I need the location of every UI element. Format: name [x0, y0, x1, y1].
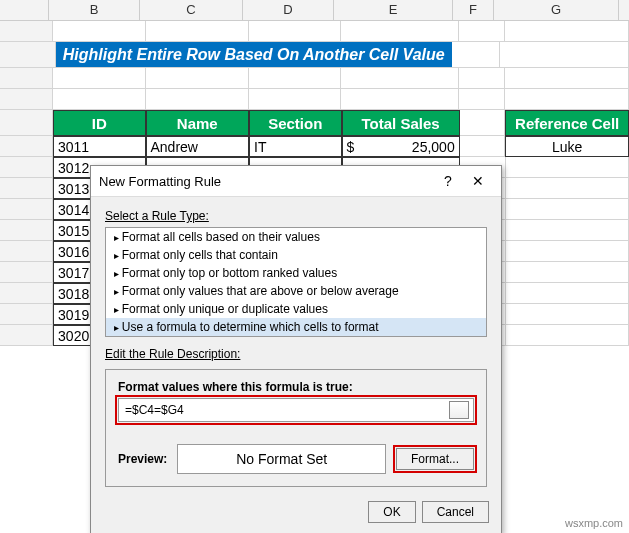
preview-label: Preview: — [118, 452, 167, 466]
rule-type-item[interactable]: Format only values that are above or bel… — [106, 282, 486, 300]
dialog-title: New Formatting Rule — [99, 174, 433, 189]
close-icon[interactable]: ✕ — [463, 173, 493, 189]
ok-button[interactable]: OK — [368, 501, 415, 523]
cell-ref[interactable] — [506, 241, 629, 262]
rowhead[interactable] — [0, 136, 53, 157]
colhead-g[interactable]: G — [494, 0, 619, 20]
cell[interactable] — [459, 89, 505, 110]
dialog-titlebar[interactable]: New Formatting Rule ? ✕ — [91, 166, 501, 197]
colhead-c[interactable]: C — [140, 0, 243, 20]
rowhead-spacer — [0, 0, 49, 20]
cell-section[interactable]: IT — [249, 136, 342, 157]
rowhead[interactable] — [0, 262, 53, 283]
cell-id[interactable]: 3011 — [53, 136, 146, 157]
cell[interactable] — [341, 89, 459, 110]
cell[interactable] — [249, 21, 341, 42]
cell-ref[interactable]: Luke — [505, 136, 629, 157]
edit-desc-label: Edit the Rule Description: — [105, 347, 487, 361]
rowhead[interactable] — [0, 283, 53, 304]
cell[interactable] — [505, 68, 629, 89]
cell[interactable] — [341, 68, 459, 89]
th-name[interactable]: Name — [146, 110, 250, 136]
rule-type-item[interactable]: Format only top or bottom ranked values — [106, 264, 486, 282]
colhead-e[interactable]: E — [334, 0, 453, 20]
th-ref[interactable]: Reference Cell — [505, 110, 629, 136]
range-picker-icon[interactable] — [449, 401, 469, 419]
cell-total[interactable]: $25,000 — [342, 136, 460, 157]
select-rule-label: Select a Rule Type: — [105, 209, 487, 223]
rowhead[interactable] — [0, 68, 53, 89]
cell[interactable] — [53, 89, 145, 110]
rule-type-item[interactable]: Format only cells that contain — [106, 246, 486, 264]
cancel-button[interactable]: Cancel — [422, 501, 489, 523]
rowhead[interactable] — [0, 89, 53, 110]
cell[interactable] — [249, 89, 341, 110]
cell[interactable] — [53, 68, 145, 89]
rule-type-item[interactable]: Format only unique or duplicate values — [106, 300, 486, 318]
rowhead[interactable] — [0, 220, 53, 241]
cell[interactable] — [500, 42, 629, 68]
watermark: wsxmp.com — [565, 517, 623, 529]
cell[interactable] — [341, 21, 459, 42]
rowhead[interactable] — [0, 110, 53, 136]
cell[interactable] — [452, 42, 500, 68]
cell[interactable] — [53, 21, 145, 42]
cell-ref[interactable] — [506, 157, 629, 178]
cell[interactable] — [459, 68, 505, 89]
cell[interactable] — [505, 89, 629, 110]
column-headers: B C D E F G — [0, 0, 629, 21]
th-id[interactable]: ID — [53, 110, 146, 136]
page-title: Highlight Entire Row Based On Another Ce… — [56, 42, 452, 68]
cell[interactable] — [505, 21, 629, 42]
rule-type-item[interactable]: Use a formula to determine which cells t… — [106, 318, 486, 336]
rowhead[interactable] — [0, 325, 53, 346]
format-button[interactable]: Format... — [396, 448, 474, 470]
rowhead[interactable] — [0, 304, 53, 325]
cell[interactable] — [460, 110, 506, 136]
rowhead[interactable] — [0, 157, 53, 178]
cell[interactable] — [146, 89, 249, 110]
cell[interactable] — [146, 68, 249, 89]
cell[interactable] — [460, 136, 506, 157]
rule-type-list[interactable]: Format all cells based on their valuesFo… — [105, 227, 487, 337]
cell-ref[interactable] — [506, 178, 629, 199]
cell-ref[interactable] — [506, 283, 629, 304]
rowhead[interactable] — [0, 241, 53, 262]
colhead-b[interactable]: B — [49, 0, 140, 20]
help-icon[interactable]: ? — [433, 173, 463, 189]
cell-name[interactable]: Andrew — [146, 136, 250, 157]
rowhead[interactable] — [0, 178, 53, 199]
colhead-d[interactable]: D — [243, 0, 334, 20]
rowhead[interactable] — [0, 199, 53, 220]
cell-ref[interactable] — [506, 262, 629, 283]
cell[interactable] — [249, 68, 341, 89]
preview-box: No Format Set — [177, 444, 386, 474]
cell[interactable] — [459, 21, 505, 42]
rowhead[interactable] — [0, 42, 56, 68]
cell-ref[interactable] — [506, 325, 629, 346]
rule-editor: Format values where this formula is true… — [105, 369, 487, 487]
th-section[interactable]: Section — [249, 110, 342, 136]
cell-ref[interactable] — [506, 220, 629, 241]
cell-ref[interactable] — [506, 304, 629, 325]
new-formatting-rule-dialog: New Formatting Rule ? ✕ Select a Rule Ty… — [90, 165, 502, 533]
cell[interactable] — [146, 21, 249, 42]
formula-input[interactable] — [123, 402, 449, 418]
colhead-f[interactable]: F — [453, 0, 494, 20]
formula-field-wrap — [118, 398, 474, 422]
th-total[interactable]: Total Sales — [342, 110, 460, 136]
cell-ref[interactable] — [506, 199, 629, 220]
formula-label: Format values where this formula is true… — [118, 380, 474, 394]
rowhead[interactable] — [0, 21, 53, 42]
rule-type-item[interactable]: Format all cells based on their values — [106, 228, 486, 246]
